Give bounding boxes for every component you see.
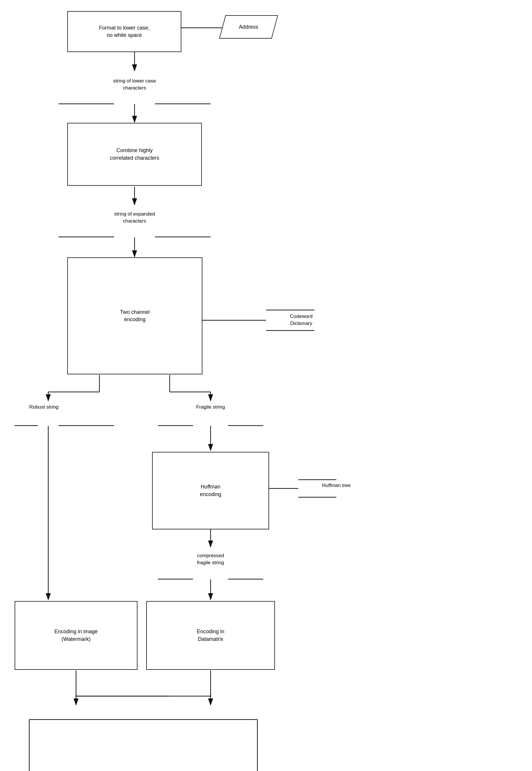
huffman-tree-label: Huffman tree [307,482,366,489]
encoding-datamatrix-box: Encoding inDatamatrix [146,601,275,670]
two-channel-box: Two channelencoding [67,257,202,374]
format-box: Format to lower case,no white space [67,11,181,52]
codeword-dict-label: CodewordDictionary [269,313,333,327]
flowchart-diagram: Format to lower case,no white space Addr… [0,0,532,771]
combine-box: Combine highlycorrelated characters [67,123,202,186]
encoding-image-box: Encoding in image(Watermark) [15,601,137,670]
address-parallelogram: Address [219,15,278,39]
huffman-box: Huffmanencoding [152,452,269,529]
compressed-fragile-label: compressedfragile string [167,552,254,566]
fragile-string-label: Fragile string [170,404,252,411]
robust-string-label: Robust string [15,404,73,411]
lower-case-string-label: string of lower casecharacters [88,78,181,92]
expanded-string-label: string of expandedcharacters [88,211,181,225]
